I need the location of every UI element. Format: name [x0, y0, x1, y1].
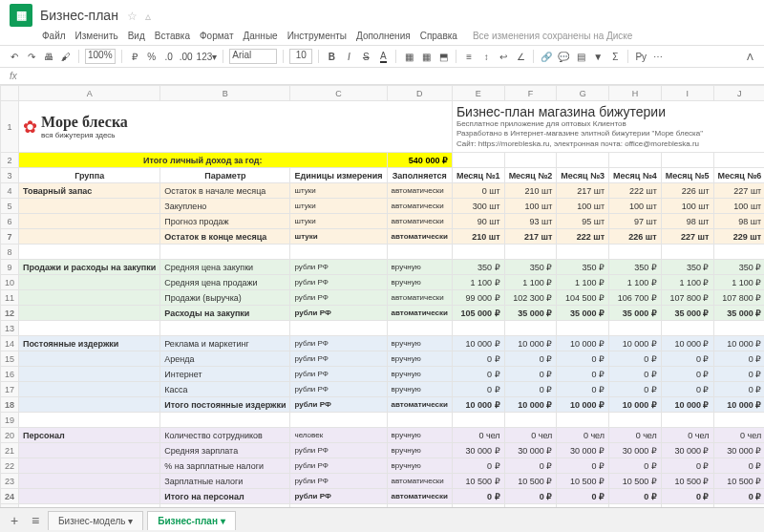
group-cell[interactable]: [19, 290, 160, 306]
document-title[interactable]: Бизнес-план: [40, 8, 118, 23]
group-cell[interactable]: [19, 474, 160, 489]
value-cell[interactable]: 10 000 ₽: [609, 397, 662, 413]
empty[interactable]: [713, 245, 764, 260]
value-cell[interactable]: 107 800 ₽: [713, 290, 764, 306]
param-cell[interactable]: Средняя зарплата: [160, 443, 290, 458]
language-button[interactable]: Ру: [634, 52, 647, 62]
fill-cell[interactable]: вручную: [387, 382, 452, 397]
value-cell[interactable]: 30 000 ₽: [557, 443, 609, 458]
empty[interactable]: [290, 245, 387, 260]
value-cell[interactable]: 10 000 ₽: [713, 397, 764, 413]
value-cell[interactable]: 10 000 ₽: [557, 336, 609, 351]
header-unit[interactable]: Единицы измерения: [290, 168, 387, 183]
row-header-9[interactable]: 9: [1, 260, 19, 275]
column-header-G[interactable]: G: [557, 86, 609, 101]
value-cell[interactable]: 98 шт: [713, 214, 764, 229]
value-cell[interactable]: 0 ₽: [609, 489, 662, 504]
group-cell[interactable]: [19, 199, 160, 214]
unit-cell[interactable]: рубли РФ: [290, 260, 387, 275]
param-cell[interactable]: Количество сотрудников: [160, 428, 290, 443]
fill-cell[interactable]: вручную: [387, 336, 452, 351]
fill-cell[interactable]: автоматически: [387, 199, 452, 214]
bold-button[interactable]: B: [325, 52, 338, 62]
header-month-1[interactable]: Месяц №1: [452, 168, 504, 183]
menu-Инструменты[interactable]: Инструменты: [287, 31, 347, 41]
wrap-icon[interactable]: ↩: [497, 52, 510, 62]
group-cell[interactable]: [19, 489, 160, 504]
value-cell[interactable]: 0 ₽: [661, 351, 713, 367]
value-cell[interactable]: 0 ₽: [557, 367, 609, 382]
row-header-22[interactable]: 22: [1, 458, 19, 474]
empty[interactable]: [160, 245, 290, 260]
empty[interactable]: [504, 413, 557, 428]
italic-button[interactable]: I: [342, 52, 355, 62]
chart-icon[interactable]: ▤: [574, 52, 587, 62]
select-all-corner[interactable]: [1, 86, 19, 101]
param-cell[interactable]: Реклама и маркетинг: [160, 336, 290, 351]
value-cell[interactable]: 10 000 ₽: [661, 397, 713, 413]
unit-cell[interactable]: рубли РФ: [290, 306, 387, 321]
rotate-icon[interactable]: ∠: [514, 52, 527, 62]
value-cell[interactable]: 10 000 ₽: [504, 397, 557, 413]
empty[interactable]: [504, 153, 557, 168]
fill-cell[interactable]: вручную: [387, 260, 452, 275]
value-cell[interactable]: 106 700 ₽: [609, 290, 662, 306]
row-header-17[interactable]: 17: [1, 382, 19, 397]
menu-Изменить[interactable]: Изменить: [75, 31, 118, 41]
row-header-5[interactable]: 5: [1, 199, 19, 214]
header-month-5[interactable]: Месяц №5: [661, 168, 713, 183]
menu-Справка[interactable]: Справка: [420, 31, 457, 41]
value-cell[interactable]: 0 ₽: [713, 351, 764, 367]
merge-icon[interactable]: ⬒: [436, 52, 450, 62]
value-cell[interactable]: 350 ₽: [661, 260, 713, 275]
value-cell[interactable]: 0 ₽: [452, 367, 504, 382]
font-size[interactable]: 10: [289, 49, 312, 64]
value-cell[interactable]: 0 ₽: [504, 458, 557, 474]
value-cell[interactable]: 35 000 ₽: [504, 306, 557, 321]
empty[interactable]: [452, 153, 504, 168]
plan-info-cell[interactable]: Бизнес-план магазина бижутерииБесплатное…: [452, 101, 764, 153]
empty[interactable]: [387, 413, 452, 428]
param-cell[interactable]: Касса: [160, 382, 290, 397]
value-cell[interactable]: 98 шт: [661, 214, 713, 229]
unit-cell[interactable]: рубли РФ: [290, 367, 387, 382]
value-cell[interactable]: 105 000 ₽: [452, 306, 504, 321]
unit-cell[interactable]: рубли РФ: [290, 489, 387, 504]
group-cell[interactable]: Персонал: [19, 428, 160, 443]
row-header-16[interactable]: 16: [1, 367, 19, 382]
value-cell[interactable]: 10 000 ₽: [661, 336, 713, 351]
unit-cell[interactable]: человек: [290, 428, 387, 443]
move-icon[interactable]: ▵: [145, 10, 151, 23]
value-cell[interactable]: 0 ₽: [504, 382, 557, 397]
more-toolbar[interactable]: ⋯: [651, 52, 665, 62]
empty[interactable]: [452, 321, 504, 336]
row-header-13[interactable]: 13: [1, 321, 19, 336]
unit-cell[interactable]: штуки: [290, 229, 387, 245]
empty[interactable]: [452, 245, 504, 260]
value-cell[interactable]: 102 300 ₽: [504, 290, 557, 306]
group-cell[interactable]: [19, 275, 160, 290]
unit-cell[interactable]: рубли РФ: [290, 290, 387, 306]
value-cell[interactable]: 350 ₽: [452, 260, 504, 275]
empty[interactable]: [557, 321, 609, 336]
fill-cell[interactable]: автоматически: [387, 306, 452, 321]
value-cell[interactable]: 35 000 ₽: [661, 306, 713, 321]
value-cell[interactable]: 0 шт: [452, 183, 504, 199]
value-cell[interactable]: 0 ₽: [661, 489, 713, 504]
fill-cell[interactable]: вручную: [387, 458, 452, 474]
value-cell[interactable]: 104 500 ₽: [557, 290, 609, 306]
menu-Дополнения[interactable]: Дополнения: [356, 31, 411, 41]
empty[interactable]: [713, 321, 764, 336]
value-cell[interactable]: 217 шт: [557, 183, 609, 199]
param-cell[interactable]: % на зарплатные налоги: [160, 458, 290, 474]
header-month-6[interactable]: Месяц №6: [713, 168, 764, 183]
header-group[interactable]: Группа: [19, 168, 160, 183]
value-cell[interactable]: 0 чел: [452, 428, 504, 443]
empty[interactable]: [160, 321, 290, 336]
group-cell[interactable]: [19, 397, 160, 413]
empty[interactable]: [609, 153, 662, 168]
fill-cell[interactable]: автоматически: [387, 290, 452, 306]
value-cell[interactable]: 10 500 ₽: [661, 474, 713, 489]
value-cell[interactable]: 0 ₽: [504, 351, 557, 367]
value-cell[interactable]: 10 500 ₽: [713, 474, 764, 489]
